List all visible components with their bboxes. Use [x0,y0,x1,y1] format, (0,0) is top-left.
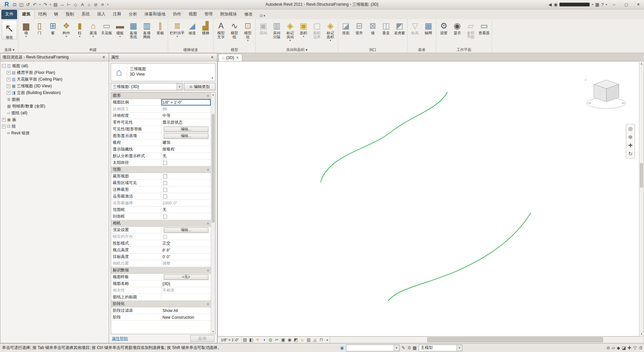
select-by-face-icon[interactable]: ◪ [622,345,626,350]
opening-by-face-button[interactable]: ◪按面 [339,20,352,35]
restore-button[interactable]: ▢ [621,1,631,9]
drag-on-selection-icon[interactable]: ✚ [628,345,631,350]
property-group-graphics[interactable]: 图形∧ [111,92,211,99]
window-button[interactable]: ⊞窗 [46,20,59,35]
phasing-collapse-icon[interactable]: ∧ [207,302,209,306]
identity-collapse-icon[interactable]: ∧ [207,269,209,272]
tab-manage[interactable]: 管理 [201,10,216,19]
save-icon[interactable]: ◫ [18,1,24,8]
design-options-combobox[interactable]: 主模型 ▾ [419,345,462,351]
column-button[interactable]: ▮柱▾ [73,20,86,38]
dependency-value[interactable]: 不相关 [161,287,211,294]
tree-item-legends[interactable]: ≣图例 [0,96,109,103]
sync-icon[interactable]: ↺ [25,1,31,8]
view-tab-3d[interactable]: ⌂ {3D} ✕ [218,54,242,61]
tree-item-families[interactable]: +▣族 [0,116,109,123]
edit-type-button[interactable]: ⊞ 编辑类型 [184,83,215,90]
room-separator-button[interactable]: ▥房间 分隔 [270,20,283,39]
user-icon[interactable]: ◉ [554,2,557,7]
panel-label-workplane[interactable]: 工作平面 [437,47,491,53]
curtain-grid-button[interactable]: ▥幕墙 网格 [140,20,153,39]
railing-button[interactable]: ≣栏杆扶手▾ [169,20,185,38]
floor-button[interactable]: ▬楼板▾ [113,20,127,38]
title-on-sheet-value[interactable] [161,294,211,300]
mullion-button[interactable]: ∥竖梃 [154,20,167,35]
property-group-identity[interactable]: 标识数据∧ [111,267,211,274]
property-group-camera[interactable]: 相机∧ [111,220,211,227]
crop-view-icon[interactable]: ✂ [274,337,280,343]
target-elevation-value[interactable]: 0' 0" [161,254,211,260]
properties-scrollbar[interactable]: ▴ ▾ [211,92,215,334]
far-clip-active-value[interactable] [161,193,211,200]
properties-close-icon[interactable]: ✕ [209,55,215,59]
vertical-opening-button[interactable]: ◫垂直 [380,20,393,35]
full-navigation-wheel-icon[interactable]: ◎ [628,126,633,132]
projection-mode-value[interactable]: 正交 [161,240,211,247]
close-button[interactable]: ✕ [633,1,643,9]
eye-elevation-value[interactable]: 8' 8" [161,247,211,253]
crop-region-visible-checkbox[interactable] [163,181,167,185]
sun-path-value[interactable] [161,160,211,166]
selection-filter-icon[interactable]: ▽ [633,345,637,350]
type-selector[interactable]: ⌂ 三维视图 3D View ▾ [111,63,215,81]
tab-structure[interactable]: 结构 [35,10,50,19]
rendering-settings-value[interactable]: 编辑... [161,227,211,233]
tab-steel[interactable]: 钢 [50,10,62,19]
properties-scroll-thumb[interactable] [212,114,214,223]
phase-value[interactable]: New Construction [161,314,211,320]
scroll-up-icon[interactable]: ▴ [641,62,642,65]
tab-view[interactable]: 视图 [185,10,201,19]
tab-precast[interactable]: 预制 [62,10,78,19]
shaft-button[interactable]: ⊟竖井 [353,20,366,35]
ceiling-button[interactable]: ▭天花板 [100,20,113,35]
project-browser-close-icon[interactable]: ✕ [101,55,107,59]
section-box-value[interactable] [161,213,211,220]
open-icon[interactable]: ⊡ [12,1,17,8]
tab-systems[interactable]: 系统 [78,10,94,19]
tab-file[interactable]: 文件 [1,10,17,19]
tree-item-3d-view[interactable]: +▦三维视图 (3D View) [0,83,109,89]
properties-scroll-down-icon[interactable]: ▾ [212,330,214,333]
sun-path-icon[interactable]: ☀ [255,337,261,343]
view-name-value[interactable]: {3D} [161,280,211,287]
door-button[interactable]: ▯门 [33,20,46,35]
editing-requests-icon[interactable]: ✎ [402,345,405,350]
view-cube[interactable]: ⌂ [582,74,629,114]
section-icon[interactable]: ⊘ [93,1,99,8]
aligned-dimension-icon[interactable]: ⊢ [66,1,72,8]
properties-scroll-up-icon[interactable]: ▴ [212,93,214,96]
text-icon[interactable]: A [80,1,85,8]
extents-collapse-icon[interactable]: ∧ [207,168,209,171]
select-links-icon[interactable]: ⊘ [606,345,610,350]
help-caret-icon[interactable]: ▾ [606,3,607,6]
tree-item-ceiling-plan[interactable]: +▥天花板平面 (Ceiling Plan) [0,76,109,83]
detail-level-icon[interactable]: ▤ [242,337,248,343]
project-browser-header[interactable]: 项目浏览器 - Revit-StructuralFraming ✕ [0,53,109,61]
property-group-phasing[interactable]: 阶段化∧ [111,301,211,307]
modify-button[interactable]: ↖修改 [2,20,17,40]
model-group-button[interactable]: ⊡模型 组▾ [241,20,254,42]
panel-label-room-area[interactable]: 房间和面积 ▾ [257,47,337,53]
measure-icon[interactable]: ↔ [59,1,65,8]
default-3d-view-icon[interactable]: ⌂ [86,1,92,8]
instance-selector-caret-icon[interactable]: ▾ [177,83,182,90]
tree-item-groups[interactable]: +⊡组 [0,123,109,130]
undo-caret-icon[interactable]: ▾ [39,1,41,8]
dormer-button[interactable]: ◩老虎窗 [393,20,406,35]
vertical-scrollbar[interactable]: ▴ ▾ [639,61,644,337]
design-options-icon[interactable]: ▦ [413,345,417,350]
vg-overrides-button[interactable]: 编辑... [164,127,208,132]
tab-modify[interactable]: 修改 [241,10,256,19]
panel-label-model[interactable]: 模型 [214,47,254,53]
default-analysis-display-value[interactable]: 无 [161,153,211,159]
far-clip-offset-value[interactable]: 1000' 0" [161,200,211,206]
groups-expander-icon[interactable]: + [2,125,6,128]
horizontal-scroll-thumb[interactable] [427,337,603,342]
customize-qat-caret-icon[interactable]: ▾ [106,1,109,8]
scope-box-value[interactable]: 无 [161,207,211,213]
view-control-collapse-icon[interactable]: ◂ [325,338,329,342]
ribbon-display-toggle-icon[interactable]: ⊡ ▾ [258,12,266,19]
discipline-value[interactable]: 建筑 [161,139,211,146]
tab-analyze[interactable]: 分析 [125,10,141,19]
panel-label-select[interactable]: 选择 ▾ [2,47,17,53]
